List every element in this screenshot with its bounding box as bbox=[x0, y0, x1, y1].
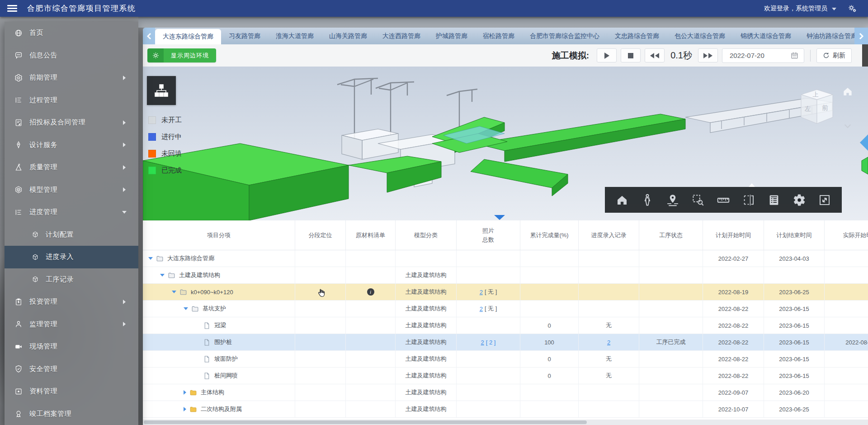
table-row[interactable]: 大连东路综合管廊2022-02-272023-04-03 bbox=[143, 250, 868, 267]
viewer-tool-gear3d-icon[interactable] bbox=[793, 193, 806, 207]
view-cube[interactable]: 上 左 前 bbox=[789, 86, 839, 132]
sidebar-item-investment-mgmt[interactable]: 投资管理 bbox=[5, 291, 138, 313]
material-list-cell[interactable] bbox=[346, 368, 396, 384]
item-name-cell[interactable]: 二次结构及附属 bbox=[143, 401, 295, 417]
tab-9[interactable]: 包公大道综合管廊 bbox=[667, 28, 733, 44]
item-name-cell[interactable]: 土建及建筑结构 bbox=[143, 267, 295, 283]
segment-locate-cell[interactable] bbox=[295, 368, 346, 384]
segment-locate-cell[interactable] bbox=[295, 267, 346, 283]
viewer-tool-expand3d-icon[interactable] bbox=[818, 193, 831, 207]
sidebar-item-bidding-contract[interactable]: 招投标及合同管理 bbox=[5, 111, 138, 134]
tools-expand-triangle-icon[interactable] bbox=[749, 183, 755, 187]
table-row[interactable]: 主体结构土建及建筑结构2022-09-072023-06-20 bbox=[143, 384, 868, 401]
menu-toggle-icon[interactable] bbox=[7, 5, 17, 12]
item-name-cell[interactable]: 围护桩 bbox=[143, 334, 295, 350]
item-name-cell[interactable]: 大连东路综合管廊 bbox=[143, 250, 295, 267]
sidebar-item-site-mgmt[interactable]: 现场管理 bbox=[5, 335, 138, 358]
sim-play-button[interactable] bbox=[597, 48, 617, 62]
tree-expand-arrow-icon[interactable] bbox=[148, 257, 153, 260]
chevron-down-icon[interactable] bbox=[832, 8, 836, 10]
table-row[interactable]: 二次结构及附属土建及建筑结构2022-10-072023-06-25 bbox=[143, 401, 868, 418]
table-row[interactable]: 坡面防护土建及建筑结构0无2022-08-222023-06-15 bbox=[143, 351, 868, 368]
refresh-button[interactable]: 刷新 bbox=[816, 48, 852, 63]
table-row[interactable]: 桩间网喷土建及建筑结构0无2022-08-222023-06-15 bbox=[143, 368, 868, 384]
sidebar-item-home[interactable]: 首页 bbox=[5, 22, 138, 44]
material-list-cell[interactable] bbox=[346, 334, 396, 350]
sidebar-item-document-mgmt[interactable]: 资料管理 bbox=[5, 380, 138, 403]
item-name-cell[interactable]: 基坑支护 bbox=[143, 301, 295, 317]
viewer-tool-home3d-icon[interactable] bbox=[615, 193, 629, 207]
viewer-tool-select-search-icon[interactable] bbox=[691, 193, 705, 207]
sim-slower-button[interactable] bbox=[645, 48, 665, 62]
grid-collapse-handle[interactable] bbox=[494, 215, 505, 220]
cube-face-front[interactable]: 前 bbox=[822, 104, 828, 111]
material-list-cell[interactable] bbox=[346, 384, 396, 401]
tab-10[interactable]: 锦绣大道综合管廊 bbox=[733, 28, 799, 44]
tree-expand-arrow-icon[interactable] bbox=[184, 307, 188, 310]
item-name-cell[interactable]: k0+090~k0+120 bbox=[143, 284, 295, 300]
viewer-tool-section-icon[interactable] bbox=[742, 193, 755, 207]
sidebar-item-process-mgmt[interactable]: 过程管理 bbox=[5, 89, 138, 112]
tab-2[interactable]: 淮海大道管廊 bbox=[268, 28, 321, 44]
material-list-cell[interactable] bbox=[346, 250, 396, 267]
tab-8[interactable]: 文忠路综合管廊 bbox=[607, 28, 667, 44]
viewer-tool-walker-icon[interactable] bbox=[641, 193, 654, 207]
sidebar-item-progress-mgmt[interactable]: 进度管理 bbox=[5, 201, 138, 224]
photo-count-link[interactable]: 2 bbox=[480, 289, 483, 296]
segment-locate-cell[interactable] bbox=[295, 384, 346, 401]
table-row[interactable]: k0+090~k0+120i土建及建筑结构2[ 无 ]2022-08-19202… bbox=[143, 284, 868, 301]
sidebar-item-safety-mgmt[interactable]: 安全管理 bbox=[5, 358, 138, 381]
segment-locate-cell[interactable] bbox=[295, 334, 346, 350]
tree-expand-arrow-icon[interactable] bbox=[160, 274, 165, 277]
sidebar-subitem-process-record[interactable]: 工序记录 bbox=[5, 268, 138, 291]
sidebar-item-completion-archive[interactable]: 竣工档案管理 bbox=[5, 403, 138, 425]
segment-locate-cell[interactable] bbox=[295, 301, 346, 317]
tree-expand-arrow-icon[interactable] bbox=[172, 291, 176, 293]
tree-collapse-arrow-icon[interactable] bbox=[184, 407, 186, 411]
material-list-cell[interactable] bbox=[346, 351, 396, 367]
tab-active-0[interactable]: 大连东路综合管廊 bbox=[155, 29, 221, 44]
photo-count-link[interactable]: 2 bbox=[480, 306, 483, 312]
sidebar-item-info-notice[interactable]: 信息公告 bbox=[5, 44, 138, 67]
photo-count-link[interactable]: 2 bbox=[481, 339, 484, 346]
tab-1[interactable]: 习友路管廊 bbox=[221, 28, 268, 44]
segment-locate-cell[interactable] bbox=[295, 317, 346, 334]
sidebar-subitem-progress-entry[interactable]: 进度录入 bbox=[5, 246, 138, 268]
sidebar-item-supervision-mgmt[interactable]: 监理管理 bbox=[5, 313, 138, 336]
sim-stop-button[interactable] bbox=[621, 48, 641, 62]
sidebar-item-pre-phase[interactable]: 前期管理 bbox=[5, 67, 138, 89]
cube-face-top[interactable]: 上 bbox=[813, 91, 819, 98]
panel-collapse-arrow[interactable] bbox=[859, 134, 868, 152]
sidebar-subitem-plan-config[interactable]: 计划配置 bbox=[5, 224, 138, 246]
tab-4[interactable]: 大连西路管廊 bbox=[375, 28, 428, 44]
segment-locate-cell[interactable] bbox=[295, 284, 346, 300]
tab-6[interactable]: 宿松路管廊 bbox=[475, 28, 522, 44]
scrollbar-thumb[interactable] bbox=[144, 420, 587, 424]
sidebar-item-model-mgmt[interactable]: 模型管理 bbox=[5, 179, 138, 201]
item-name-cell[interactable]: 主体结构 bbox=[143, 384, 295, 401]
simulation-date-input[interactable]: 2022-07-20 bbox=[722, 48, 804, 63]
material-list-cell[interactable] bbox=[346, 317, 396, 334]
tree-collapse-arrow-icon[interactable] bbox=[184, 390, 186, 395]
table-row[interactable]: 土建及建筑结构土建及建筑结构 bbox=[143, 267, 868, 284]
tab-11[interactable]: 钟油坊路综合管廊 bbox=[799, 28, 854, 44]
settings-gears-icon[interactable] bbox=[847, 4, 857, 14]
tabs-scroll-right-button[interactable] bbox=[854, 28, 868, 44]
progress-record-link[interactable]: 2 bbox=[607, 339, 610, 346]
segment-locate-cell[interactable] bbox=[295, 250, 346, 267]
tab-5[interactable]: 护城路管廊 bbox=[428, 28, 475, 44]
model-viewer-3d[interactable]: 未开工 进行中 未回填 已完成 上 左 前 bbox=[143, 67, 868, 220]
segment-locate-cell[interactable] bbox=[295, 351, 346, 367]
cube-face-left[interactable]: 左 bbox=[804, 105, 811, 112]
show-surroundings-button[interactable]: 显示周边环境 bbox=[147, 48, 216, 62]
tab-7[interactable]: 合肥市管廊综合监控中心 bbox=[522, 28, 607, 44]
horizontal-scrollbar[interactable] bbox=[143, 420, 868, 425]
segment-locate-cell[interactable] bbox=[295, 401, 346, 417]
cube-rotate-down-icon[interactable] bbox=[843, 121, 853, 131]
sidebar-item-quality-mgmt[interactable]: 质量管理 bbox=[5, 156, 138, 179]
material-list-cell[interactable]: i bbox=[346, 284, 396, 300]
material-list-cell[interactable] bbox=[346, 401, 396, 417]
item-name-cell[interactable]: 冠梁 bbox=[143, 317, 295, 334]
info-icon[interactable]: i bbox=[367, 288, 374, 296]
tabs-scroll-left-button[interactable] bbox=[143, 28, 155, 44]
